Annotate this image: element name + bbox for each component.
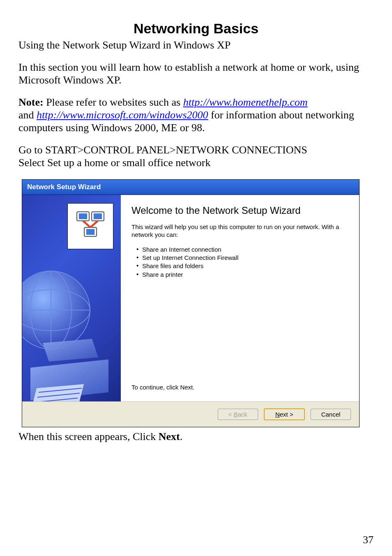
page-heading: Networking Basics <box>18 21 374 37</box>
back-button: < Back <box>218 409 258 420</box>
wizard-bullet: Set up Internet Connection Firewall <box>136 254 348 262</box>
wizard-icon-square <box>67 203 113 249</box>
wizard-left-panel <box>22 195 121 401</box>
navigation-instructions: Go to START>CONTROL PANEL>NETWORK CONNEC… <box>18 144 374 169</box>
wizard-welcome-desc: This wizard will help you set up this co… <box>131 223 348 239</box>
link-microsoft[interactable]: http://www.microsoft.com/windows2000 <box>37 109 208 121</box>
wizard-bullet: Share a printer <box>136 271 348 279</box>
wizard-bullets: Share an Internet connection Set up Inte… <box>131 246 348 279</box>
intro-text: In this section you will learn how to es… <box>18 61 374 86</box>
cancel-button[interactable]: Cancel <box>311 409 351 420</box>
post-text-after: . <box>180 431 183 442</box>
next-button[interactable]: Next > <box>264 408 305 420</box>
note-block: Note: Please refer to websites such as h… <box>18 96 374 134</box>
network-icon <box>72 208 109 245</box>
post-screenshot-instruction: When this screen appears, Click Next. <box>18 431 374 443</box>
wizard-dialog: Network Setup Wizard <box>22 179 360 427</box>
wizard-button-bar: < Back Next > Cancel <box>22 401 359 427</box>
dialog-titlebar: Network Setup Wizard <box>22 180 359 195</box>
link-homenethelp[interactable]: http://www.homenethelp.com <box>183 96 308 108</box>
svg-rect-1 <box>79 213 87 219</box>
printer-icon <box>22 335 121 401</box>
note-label: Note: <box>18 96 44 108</box>
svg-rect-3 <box>94 213 102 219</box>
svg-rect-5 <box>86 229 95 235</box>
note-text-2: and <box>18 109 37 121</box>
note-text-1: Please refer to websites such as <box>44 96 183 108</box>
wizard-welcome-title: Welcome to the Network Setup Wizard <box>131 205 348 216</box>
wizard-continue-text: To continue, click Next. <box>131 384 348 395</box>
dialog-body: Welcome to the Network Setup Wizard This… <box>22 195 359 401</box>
page-number: 37 <box>363 534 374 546</box>
wizard-right-panel: Welcome to the Network Setup Wizard This… <box>121 195 359 401</box>
page-subheading: Using the Network Setup Wizard in Window… <box>18 39 374 51</box>
post-text-bold: Next <box>159 431 180 442</box>
nav-line-2: Select Set up a home or small office net… <box>18 157 210 169</box>
wizard-bullet: Share files and folders <box>136 262 348 270</box>
post-text-before: When this screen appears, Click <box>18 431 159 442</box>
wizard-bullet: Share an Internet connection <box>136 246 348 254</box>
nav-line-1: Go to START>CONTROL PANEL>NETWORK CONNEC… <box>18 144 307 156</box>
